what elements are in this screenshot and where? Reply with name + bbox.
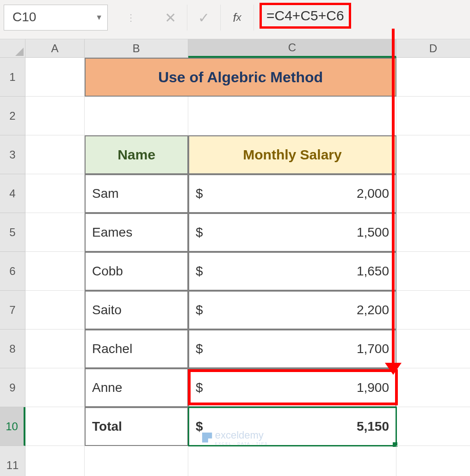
cell-C8[interactable]: $1,700 xyxy=(188,330,396,368)
cell-D6[interactable] xyxy=(396,252,470,291)
cell-area: Use of Algebric Method Name Monthly Sala… xyxy=(25,58,470,476)
formula-bar: C10 ▼ ⋮ ✕ ✓ fx =C4+C5+C6 xyxy=(0,0,470,39)
cell-C5[interactable]: $1,500 xyxy=(188,213,396,252)
cell-A6[interactable] xyxy=(25,252,85,291)
row-header-5[interactable]: 5 xyxy=(0,213,25,252)
row-header-9[interactable]: 9 xyxy=(0,368,25,407)
cell-A9[interactable] xyxy=(25,368,85,407)
row-header-10[interactable]: 10 xyxy=(0,407,25,446)
cell-D4[interactable] xyxy=(396,174,470,213)
row-header-4[interactable]: 4 xyxy=(0,174,25,213)
cell-B5[interactable]: Eames xyxy=(85,213,188,252)
col-header-D[interactable]: D xyxy=(396,39,470,58)
cancel-button[interactable]: ✕ xyxy=(154,5,187,31)
row-header-7[interactable]: 7 xyxy=(0,291,25,330)
cell-D1[interactable] xyxy=(396,58,470,97)
cell-D3[interactable] xyxy=(396,135,470,174)
insert-function-button[interactable]: fx xyxy=(221,5,254,31)
cell-A4[interactable] xyxy=(25,174,85,213)
watermark-brand: exceldemy xyxy=(215,429,264,441)
cell-B9[interactable]: Anne xyxy=(85,368,188,407)
cell-D9[interactable] xyxy=(396,368,470,407)
cell-B8[interactable]: Rachel xyxy=(85,330,188,368)
cell-B7[interactable]: Saito xyxy=(85,291,188,330)
separator-dots: ⋮ xyxy=(108,12,154,23)
column-headers: A B C D xyxy=(25,39,470,58)
cell-D7[interactable] xyxy=(396,291,470,330)
cell-C11[interactable] xyxy=(188,446,396,476)
col-header-B[interactable]: B xyxy=(85,39,188,58)
annotation-arrow-head-icon xyxy=(385,363,402,375)
cell-B6[interactable]: Cobb xyxy=(85,252,188,291)
cell-D5[interactable] xyxy=(396,213,470,252)
sheet-title: Use of Algebric Method xyxy=(158,69,323,86)
row-header-11[interactable]: 11 xyxy=(0,446,25,476)
cell-C6[interactable]: $1,650 xyxy=(188,252,396,291)
formula-highlight-box: =C4+C5+C6 xyxy=(260,3,351,29)
row-header-1[interactable]: 1 xyxy=(0,58,25,97)
cell-B11[interactable] xyxy=(85,446,188,476)
cell-A1[interactable] xyxy=(25,58,85,97)
cell-A11[interactable] xyxy=(25,446,85,476)
cell-D11[interactable] xyxy=(396,446,470,476)
col-header-C[interactable]: C xyxy=(188,39,396,58)
row-header-3[interactable]: 3 xyxy=(0,135,25,174)
cell-C4[interactable]: $2,000 xyxy=(188,174,396,213)
cell-A10[interactable] xyxy=(25,407,85,446)
watermark: exceldemy EXCEL · DATA · TIPS xyxy=(202,429,268,445)
cell-C7[interactable]: $2,200 xyxy=(188,291,396,330)
row-header-2[interactable]: 2 xyxy=(0,97,25,135)
cell-A8[interactable] xyxy=(25,330,85,368)
cell-C9[interactable]: $1,900 xyxy=(188,368,396,407)
cell-A7[interactable] xyxy=(25,291,85,330)
cell-A2[interactable] xyxy=(25,97,85,135)
cell-A3[interactable] xyxy=(25,135,85,174)
watermark-logo-icon xyxy=(202,433,212,443)
header-salary[interactable]: Monthly Salary xyxy=(188,135,396,174)
row-header-8[interactable]: 8 xyxy=(0,330,25,368)
header-name[interactable]: Name xyxy=(85,135,188,174)
cell-A5[interactable] xyxy=(25,213,85,252)
watermark-sub: EXCEL · DATA · TIPS xyxy=(215,441,268,445)
formula-input[interactable]: =C4+C5+C6 xyxy=(254,5,466,31)
formula-text: =C4+C5+C6 xyxy=(266,8,344,23)
select-all-button[interactable] xyxy=(0,39,25,58)
title-cell[interactable]: Use of Algebric Method xyxy=(85,58,396,97)
cell-B4[interactable]: Sam xyxy=(85,174,188,213)
cell-C2[interactable] xyxy=(188,97,396,135)
name-box[interactable]: C10 ▼ xyxy=(4,5,108,31)
row-header-6[interactable]: 6 xyxy=(0,252,25,291)
cell-D8[interactable] xyxy=(396,330,470,368)
cell-B10[interactable]: Total xyxy=(85,407,188,446)
chevron-down-icon[interactable]: ▼ xyxy=(95,13,103,22)
name-box-value: C10 xyxy=(12,10,36,24)
cell-B2[interactable] xyxy=(85,97,188,135)
enter-button[interactable]: ✓ xyxy=(187,5,221,31)
cell-D2[interactable] xyxy=(396,97,470,135)
cell-D10[interactable] xyxy=(396,407,470,446)
row-headers: 1 2 3 4 5 6 7 8 9 10 11 xyxy=(0,58,25,476)
col-header-A[interactable]: A xyxy=(25,39,85,58)
annotation-arrow-line xyxy=(392,29,395,366)
